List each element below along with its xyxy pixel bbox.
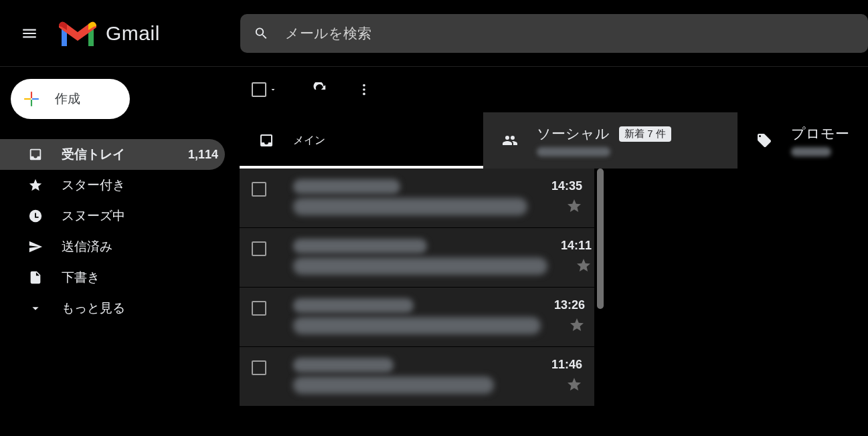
compose-button[interactable]: 作成	[11, 79, 130, 119]
compose-label: 作成	[55, 90, 80, 108]
star-button[interactable]	[550, 257, 604, 276]
sidebar-item-label: 送信済み	[62, 238, 225, 255]
sidebar-item-snoozed[interactable]: スヌーズ中	[0, 201, 225, 231]
tab-preview-redacted	[791, 147, 831, 156]
mail-toolbar	[240, 67, 868, 112]
scrollbar[interactable]	[597, 169, 604, 309]
svg-point-4	[363, 84, 365, 87]
plus-icon	[23, 90, 40, 108]
star-outline-icon	[566, 198, 582, 217]
checkbox-icon	[252, 182, 266, 197]
thread-checkbox[interactable]	[252, 239, 290, 276]
checkbox-icon	[252, 241, 266, 256]
tag-icon	[756, 132, 772, 148]
tab-social[interactable]: ソーシャル 新着 7 件	[483, 112, 737, 169]
star-icon	[28, 178, 43, 193]
sidebar-item-label: 下書き	[62, 269, 225, 286]
sidebar-item-sent[interactable]: 送信済み	[0, 231, 225, 262]
app-name: Gmail	[106, 22, 160, 45]
thread-row[interactable]: 11:46	[240, 347, 594, 407]
svg-rect-2	[24, 98, 31, 100]
sidebar-item-label: もっと見る	[62, 300, 225, 317]
search-input[interactable]	[285, 25, 855, 41]
gmail-m-icon	[59, 19, 96, 47]
select-all-checkbox[interactable]	[252, 82, 277, 97]
thread-checkbox[interactable]	[252, 298, 290, 336]
refresh-icon	[313, 82, 327, 97]
hamburger-icon	[21, 25, 38, 42]
clock-icon	[28, 209, 43, 223]
search-bar[interactable]	[240, 14, 868, 53]
checkbox-icon	[252, 82, 266, 97]
tab-label: プロモー	[791, 124, 849, 143]
star-button[interactable]	[543, 317, 597, 336]
sidebar-item-drafts[interactable]: 下書き	[0, 262, 225, 293]
tab-label: メイン	[293, 134, 325, 148]
star-outline-icon	[569, 317, 585, 336]
thread-subject-redacted	[293, 317, 541, 334]
svg-point-6	[363, 93, 365, 96]
sidebar-item-more[interactable]: もっと見る	[0, 293, 225, 324]
checkbox-icon	[252, 360, 266, 375]
thread-sender-redacted	[293, 239, 427, 253]
thread-subject-redacted	[293, 376, 494, 394]
category-tabs: メイン ソーシャル 新着 7 件 プロモー	[240, 112, 868, 169]
app-header: Gmail	[0, 0, 868, 67]
sidebar-item-label: スター付き	[62, 177, 225, 194]
sidebar-item-inbox[interactable]: 受信トレイ 1,114	[0, 139, 225, 170]
people-icon	[502, 132, 518, 148]
svg-rect-1	[31, 100, 32, 106]
checkbox-icon	[252, 301, 266, 316]
thread-time: 14:11	[550, 239, 604, 253]
inbox-icon	[28, 147, 43, 162]
search-icon	[254, 25, 269, 41]
svg-point-5	[363, 88, 365, 91]
svg-rect-0	[31, 92, 32, 98]
star-button[interactable]	[541, 376, 594, 395]
thread-checkbox[interactable]	[252, 179, 290, 217]
thread-subject-redacted	[293, 198, 527, 215]
thread-subject-redacted	[293, 257, 547, 275]
more-vertical-icon	[357, 82, 371, 97]
file-icon	[28, 270, 43, 285]
thread-checkbox[interactable]	[252, 358, 290, 395]
hamburger-menu-button[interactable]	[13, 17, 46, 49]
more-button[interactable]	[348, 74, 380, 106]
chevron-down-icon	[28, 301, 43, 316]
sidebar-nav: 受信トレイ 1,114 スター付き スヌーズ中 送信済み 下書き もっと見	[0, 139, 240, 324]
thread-sender-redacted	[293, 179, 400, 194]
sidebar-item-label: 受信トレイ	[62, 146, 188, 163]
sidebar-item-label: スヌーズ中	[62, 207, 225, 225]
tab-preview-redacted	[537, 147, 610, 156]
thread-row[interactable]: 13:26	[240, 288, 594, 347]
mail-main: メイン ソーシャル 新着 7 件 プロモー	[240, 67, 868, 436]
svg-rect-3	[32, 98, 39, 100]
star-button[interactable]	[541, 198, 594, 217]
thread-row[interactable]: 14:35	[240, 169, 594, 228]
tab-label: ソーシャル	[537, 124, 610, 143]
chevron-down-icon[interactable]	[269, 86, 277, 94]
thread-time: 11:46	[541, 358, 594, 372]
thread-sender-redacted	[293, 298, 414, 313]
new-badge: 新着 7 件	[619, 126, 671, 142]
thread-list[interactable]: 14:3514:1113:2611:46	[240, 169, 594, 407]
gmail-logo[interactable]: Gmail	[59, 19, 160, 47]
send-icon	[28, 239, 43, 254]
thread-area: 14:3514:1113:2611:46	[240, 169, 868, 407]
inbox-icon	[258, 132, 274, 148]
thread-time: 13:26	[543, 298, 597, 313]
empty-pane	[614, 169, 868, 407]
inbox-count: 1,114	[188, 148, 218, 162]
star-outline-icon	[566, 376, 582, 395]
sidebar: 作成 受信トレイ 1,114 スター付き スヌーズ中 送信済み 下	[0, 67, 240, 436]
tab-promotions[interactable]: プロモー	[737, 112, 868, 169]
refresh-button[interactable]	[304, 74, 336, 106]
star-outline-icon	[576, 257, 592, 276]
thread-sender-redacted	[293, 358, 394, 372]
tab-primary[interactable]: メイン	[240, 112, 483, 169]
thread-time: 14:35	[541, 179, 594, 194]
thread-row[interactable]: 14:11	[240, 228, 594, 288]
sidebar-item-starred[interactable]: スター付き	[0, 170, 225, 201]
